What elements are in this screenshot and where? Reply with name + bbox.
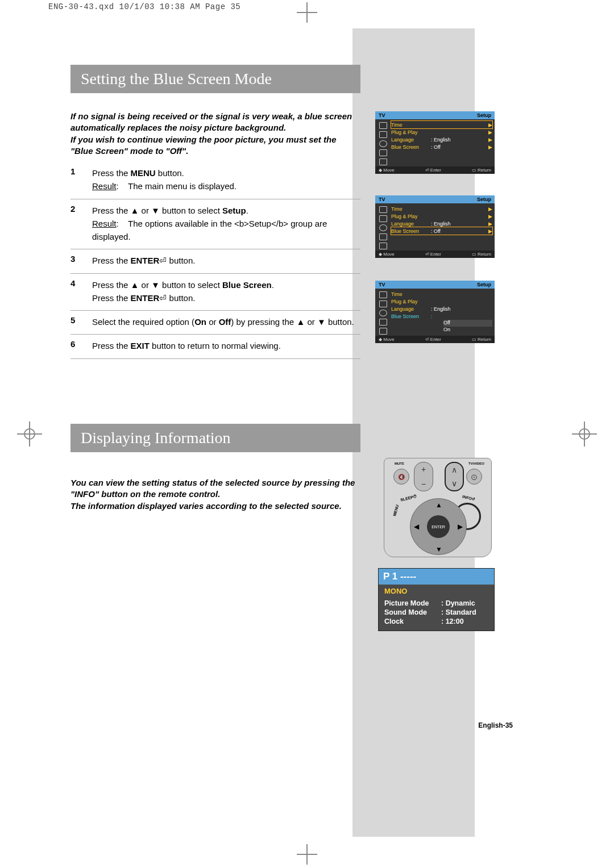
- submenu-arrow-icon: ▶: [487, 144, 492, 150]
- osd-menu-3: TVSetup Time Plug & Play Language: Engli…: [375, 281, 495, 343]
- enter-button-icon: ENTER: [427, 515, 450, 538]
- step-body: Select the required option (On or Off) b…: [92, 315, 360, 328]
- info-key: Picture Mode: [384, 599, 441, 607]
- info-value: Standard: [441, 608, 476, 616]
- registration-mark-icon: [572, 422, 597, 446]
- result-label: Result: [92, 219, 117, 228]
- intro-paragraph-2: You can view the setting status of the s…: [70, 477, 360, 512]
- step-text: Press the EXIT button to return to norma…: [92, 341, 281, 350]
- osd-item-language: Language: [391, 306, 431, 312]
- submenu-arrow-icon: ▶: [487, 221, 492, 227]
- osd-footer-enter: ⏎ Enter: [425, 337, 441, 342]
- osd-footer-move: ◆ Move: [379, 252, 395, 257]
- info-display-panel: P 1 ----- MONO Picture ModeDynamic Sound…: [378, 568, 495, 631]
- osd-footer-move: ◆ Move: [379, 168, 395, 173]
- step-body: Press the EXIT button to return to norma…: [92, 339, 360, 352]
- registration-mark-icon: [17, 422, 42, 446]
- osd-value: : English: [431, 137, 487, 143]
- info-key: Clock: [384, 617, 441, 625]
- section-heading-displaying-info: Displaying Information: [70, 424, 360, 452]
- manual-page: ENG-30-43.qxd 10/1/03 10:38 AM Page 35 S…: [0, 0, 614, 868]
- result-text: The options available in the <b>Setup</b…: [92, 219, 327, 241]
- mute-button-icon: 🔇: [393, 469, 409, 485]
- steps-list: 1 Press the MENU button. Result: The mai…: [70, 162, 360, 359]
- setup-icon: [379, 243, 387, 249]
- osd-menu-1: TVSetup Time▶ Plug & Play▶ Language: Eng…: [375, 111, 495, 174]
- osd-title-tv: TV: [379, 282, 385, 287]
- step-row: 5 Select the required option (On or Off)…: [70, 311, 360, 335]
- intro-line: You can view the setting status of the s…: [70, 477, 360, 500]
- osd-option-on: On: [443, 327, 492, 333]
- step-body: Press the ▲ or ▼ button to select Setup.…: [92, 204, 360, 244]
- osd-option-off: Off: [443, 320, 492, 327]
- input-icon: [379, 206, 387, 213]
- crop-mark-icon: [297, 2, 317, 23]
- sound-icon: [379, 140, 387, 147]
- osd-footer-return: ▭ Return: [472, 168, 491, 173]
- info-key: Sound Mode: [384, 608, 441, 616]
- channel-icon: [379, 149, 387, 156]
- info-row: Clock12:00: [379, 617, 494, 626]
- result-text: The main menu is displayed.: [128, 181, 237, 191]
- submenu-arrow-icon: ▶: [487, 122, 492, 128]
- file-header-meta: ENG-30-43.qxd 10/1/03 10:38 AM Page 35: [48, 2, 240, 11]
- osd-title-setup: Setup: [477, 112, 491, 118]
- step-number: 5: [70, 315, 92, 328]
- info-panel-header: P 1 -----: [379, 569, 494, 585]
- picture-icon: [379, 301, 387, 307]
- step-body: Press the ENTER⏎ button.: [92, 254, 360, 267]
- submenu-arrow-icon: ▶: [487, 137, 492, 143]
- step-number: 4: [70, 278, 92, 305]
- page-number: English-35: [478, 721, 513, 729]
- osd-title-setup: Setup: [477, 197, 491, 202]
- intro-line: If no signal is being received or the si…: [70, 111, 360, 134]
- osd-title-tv: TV: [379, 197, 385, 202]
- menu-label: MENU: [392, 504, 399, 517]
- step-row: 4 Press the ▲ or ▼ button to select Blue…: [70, 274, 360, 311]
- step-body: Press the MENU button. Result: The main …: [92, 166, 360, 193]
- step-row: 6 Press the EXIT button to return to nor…: [70, 335, 360, 358]
- osd-item-blue-screen: Blue Screen: [391, 314, 431, 319]
- step-row: 1 Press the MENU button. Result: The mai…: [70, 162, 360, 199]
- tvvideo-label: TV/VIDEO: [468, 462, 484, 465]
- nav-down-icon: ▼: [435, 545, 442, 553]
- input-icon: [379, 291, 387, 298]
- section-title: Setting the Blue Screen Mode: [81, 70, 272, 88]
- result-label: Result: [92, 181, 117, 191]
- step-text: Press the ▲ or ▼ button to select Setup.: [92, 206, 248, 215]
- section-title: Displaying Information: [81, 429, 231, 447]
- picture-icon: [379, 131, 387, 138]
- intro-paragraph-1: If no signal is being received or the si…: [70, 111, 360, 157]
- submenu-arrow-icon: ▶: [487, 214, 492, 219]
- volume-rocker-icon: +−: [414, 462, 433, 491]
- nav-wheel-icon: ▲ ▼ ◀ ▶ ENTER: [410, 498, 467, 555]
- channel-icon: [379, 319, 387, 326]
- channel-rocker-icon: ∧∨: [445, 462, 464, 491]
- osd-value: : Off: [431, 228, 487, 234]
- osd-item-time: Time: [391, 291, 431, 297]
- step-row: 2 Press the ▲ or ▼ button to select Setu…: [70, 199, 360, 250]
- submenu-arrow-icon: ▶: [487, 206, 492, 212]
- osd-option-list: Off On: [443, 320, 492, 333]
- osd-title-setup: Setup: [477, 282, 491, 287]
- sleep-label: SLEEP⏱: [400, 494, 418, 502]
- section-heading-blue-screen: Setting the Blue Screen Mode: [70, 65, 360, 93]
- osd-menu-2: TVSetup Time▶ Plug & Play▶ Language: Eng…: [375, 195, 495, 258]
- osd-footer-move: ◆ Move: [379, 337, 395, 342]
- submenu-arrow-icon: ▶: [487, 130, 492, 135]
- info-row: Sound ModeStandard: [379, 608, 494, 617]
- osd-footer-enter: ⏎ Enter: [425, 168, 441, 173]
- intro-line: The information displayed varies accordi…: [70, 500, 360, 512]
- step-row: 3 Press the ENTER⏎ button.: [70, 249, 360, 273]
- step-number: 6: [70, 339, 92, 352]
- info-panel-mono: MONO: [379, 585, 494, 599]
- step-number: 1: [70, 166, 92, 193]
- osd-item-time: Time: [391, 122, 431, 128]
- channel-icon: [379, 233, 387, 240]
- osd-item-language: Language: [391, 221, 431, 227]
- osd-item-plug-play: Plug & Play: [391, 130, 431, 135]
- info-value: 12:00: [441, 617, 464, 625]
- info-label: INFO↺: [462, 494, 476, 502]
- osd-footer-enter: ⏎ Enter: [425, 252, 441, 257]
- step-body: Press the ▲ or ▼ button to select Blue S…: [92, 278, 360, 305]
